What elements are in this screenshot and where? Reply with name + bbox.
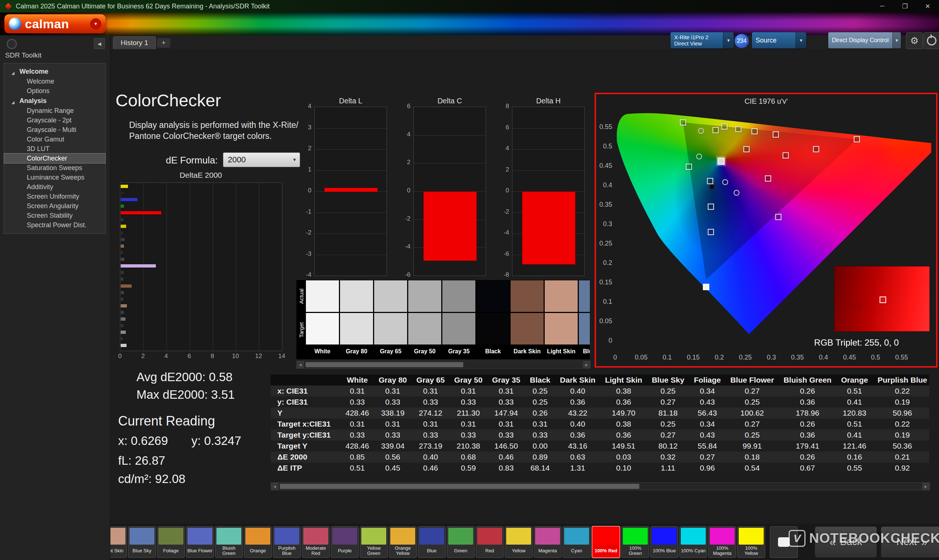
display-pattern-button[interactable]: [770, 526, 798, 558]
patch-button-purplish-blue[interactable]: Purplish Blue: [273, 526, 301, 558]
scroll-right-icon[interactable]: ►: [922, 483, 930, 490]
sidebar-item-screen-stability[interactable]: Screen Stability: [4, 211, 105, 220]
patch-button-blue[interactable]: Blue: [418, 526, 446, 558]
sidebar: ◀ SDR Toolkit ◢WelcomeWelcomeOptions◢Ana…: [0, 35, 110, 560]
table-cell: 428.46: [341, 408, 374, 418]
cie-measured-circle: [722, 179, 728, 185]
scroll-left-icon[interactable]: ◄: [297, 361, 304, 368]
maximize-button[interactable]: ❐: [894, 0, 916, 12]
next-button[interactable]: Next »: [881, 526, 939, 558]
back-button[interactable]: « Back: [815, 526, 877, 558]
sidebar-item-screen-uniformity[interactable]: Screen Uniformity: [4, 192, 105, 201]
cie-chart[interactable]: CIE 1976 u'v' RGB Triplet: 255, 0, 0 00.…: [595, 93, 937, 368]
patch-button-yellow[interactable]: Yellow: [505, 526, 533, 558]
table-cell: 0.46: [487, 452, 525, 463]
patch-button-100-yellow[interactable]: 100% Yellow: [737, 526, 765, 558]
sidebar-item-3d-lut[interactable]: 3D LUT: [4, 144, 105, 154]
chart-plot: [315, 107, 387, 276]
y-tick-label: 4: [397, 131, 410, 138]
patch-button-100-blue[interactable]: 100% Blue: [650, 526, 678, 558]
patch-button-orange-yellow[interactable]: Orange Yellow: [389, 526, 417, 558]
gear-icon: ⚙: [910, 35, 919, 46]
x-tick-label: 0.1: [663, 354, 672, 362]
scrollbar-thumb[interactable]: [305, 362, 463, 367]
power-button[interactable]: [923, 32, 939, 49]
chevron-down-icon[interactable]: ▼: [723, 32, 734, 48]
meter-selector[interactable]: X-Rite i1Pro 2 Direct View ▼: [671, 32, 734, 48]
patch-button-red[interactable]: Red: [476, 526, 504, 558]
patch-button-blue-sky[interactable]: Blue Sky: [128, 526, 156, 558]
cie-target-square: [743, 146, 750, 152]
chart-delta-l: Delta L43210-1-2-3-4: [315, 96, 387, 276]
table-cell: 0.38: [600, 418, 647, 429]
strip-patch-white: White: [306, 280, 339, 359]
tree-group-analysis[interactable]: ◢Analysis: [4, 95, 105, 106]
swatch-scrollbar[interactable]: ◄ ►: [296, 361, 591, 369]
sidebar-item-welcome[interactable]: Welcome: [4, 77, 105, 86]
y-tick-label: -4: [496, 229, 509, 236]
max-de2000: Max dE2000: 3.51: [136, 388, 235, 402]
tree-group-welcome[interactable]: ◢Welcome: [4, 66, 105, 77]
patch-button-yellow-green[interactable]: Yellow Green: [360, 526, 388, 558]
patch-button-100-green[interactable]: 100% Green: [621, 526, 649, 558]
x-tick-label: 0.2: [714, 354, 724, 362]
sidebar-item-color-gamut[interactable]: Color Gamut: [4, 134, 105, 144]
sidebar-item-additivity[interactable]: Additivity: [4, 182, 105, 192]
deltae-bar: [121, 245, 124, 248]
sidebar-item-spectral-power-dist[interactable]: Spectral Power Dist.: [4, 220, 105, 230]
patch-button-magenta[interactable]: Magenta: [534, 526, 561, 558]
sidebar-item-colorchecker[interactable]: ColorChecker: [4, 154, 105, 163]
cie-target-square: [680, 120, 686, 126]
sidebar-item-screen-angularity[interactable]: Screen Angularity: [4, 201, 105, 211]
display-control-selector[interactable]: Direct Display Control ▼: [828, 32, 901, 48]
sidebar-item-options[interactable]: Options: [4, 86, 105, 95]
patch-button-100-magenta[interactable]: 100% Magenta: [708, 526, 736, 558]
x-tick-label: 4: [164, 352, 168, 360]
sidebar-item-saturation-sweeps[interactable]: Saturation Sweeps: [4, 163, 105, 172]
table-row-y: Y428.46338.19274.12211.30147.940.2643.22…: [271, 408, 929, 418]
table-cell: 80.12: [647, 440, 689, 452]
source-selector[interactable]: Source ▼: [752, 32, 806, 48]
de-formula-select[interactable]: 2000 ▼: [223, 152, 300, 167]
settings-button[interactable]: ⚙: [906, 32, 923, 49]
target-swatch: [374, 313, 407, 345]
calman-logo-button[interactable]: calman ▼: [5, 14, 106, 33]
patch-button-cyan[interactable]: Cyan: [563, 526, 591, 558]
patch-button-orange[interactable]: Orange: [244, 526, 272, 558]
patch-button-purple[interactable]: Purple: [331, 526, 359, 558]
scrollbar-thumb[interactable]: [280, 484, 639, 489]
tab-history-1[interactable]: History 1: [113, 36, 156, 49]
scroll-left-icon[interactable]: ◄: [271, 483, 278, 490]
logo-menu-caret-icon[interactable]: ▼: [90, 18, 101, 29]
sidebar-item-dynamic-range[interactable]: Dynamic Range: [4, 106, 105, 115]
table-cell: 0.25: [726, 397, 779, 408]
scroll-right-icon[interactable]: ►: [583, 361, 590, 368]
patch-button-100-red[interactable]: 100% Red: [592, 526, 620, 558]
close-button[interactable]: ✕: [916, 0, 939, 12]
chart-plot: [512, 107, 585, 276]
col-header-blue-sky: Blue Sky: [647, 375, 689, 386]
table-scrollbar[interactable]: ◄ ►: [271, 482, 930, 490]
minimize-button[interactable]: ─: [871, 0, 894, 12]
patch-label: Blue Flower: [187, 545, 213, 557]
patch-button-100-cyan[interactable]: 100% Cyan: [679, 526, 707, 558]
cie-measured-circle: [696, 154, 702, 159]
sidebar-item-grayscale-multi[interactable]: Grayscale - Multi: [4, 125, 105, 134]
deltae-bar: [121, 205, 124, 208]
chart-title: Delta H: [512, 96, 585, 106]
patch-button-light-skin[interactable]: Light Skin: [110, 526, 127, 558]
sidebar-item-luminance-sweeps[interactable]: Luminance Sweeps: [4, 172, 105, 182]
patch-button-moderate-red[interactable]: Moderate Red: [302, 526, 330, 558]
chevron-down-icon[interactable]: ▼: [893, 32, 901, 48]
patch-label: Yellow Green: [360, 545, 387, 557]
patch-button-blue-flower[interactable]: Blue Flower: [186, 526, 214, 558]
sidebar-item-grayscale-2pt[interactable]: Grayscale - 2pt: [4, 115, 105, 125]
patch-button-green[interactable]: Green: [447, 526, 475, 558]
bottom-bar: Light SkinBlue SkyFoliageBlue FlowerBlui…: [110, 524, 939, 560]
chevron-down-icon[interactable]: ▼: [796, 32, 806, 48]
patch-swatch: [477, 528, 502, 545]
add-tab-button[interactable]: +: [157, 38, 170, 48]
patch-button-bluish-green[interactable]: Bluish Green: [215, 526, 243, 558]
sidebar-collapse-button[interactable]: ◀: [94, 38, 105, 49]
patch-button-foliage[interactable]: Foliage: [157, 526, 185, 558]
